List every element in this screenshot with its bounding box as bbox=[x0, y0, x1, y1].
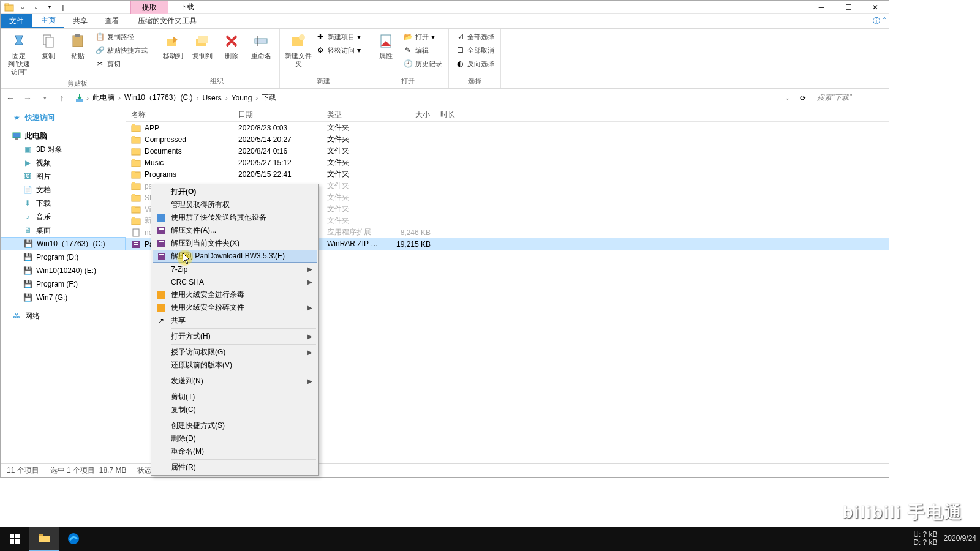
menu-item[interactable]: 使用茄子快传发送给其他设备 bbox=[153, 211, 317, 224]
nav-music[interactable]: ♪音乐 bbox=[1, 210, 126, 223]
file-row[interactable]: APP2020/8/23 0:03文件夹 bbox=[126, 122, 889, 133]
menu-item[interactable]: 解压到 PanDownloadLBW3.5.3\(E) bbox=[153, 250, 317, 263]
nav-drive-g[interactable]: 💾Win7 (G:) bbox=[1, 291, 126, 304]
file-row[interactable]: Compressed2020/5/14 20:27文件夹 bbox=[126, 133, 889, 145]
home-tab[interactable]: 主页 bbox=[32, 14, 64, 28]
system-tray[interactable]: U: ? kB D: ? kB 2020/9/24 bbox=[913, 531, 980, 547]
nav-3dobjects[interactable]: ▣3D 对象 bbox=[1, 143, 126, 156]
ribbon-collapse-button[interactable]: ⓘ ˄ bbox=[870, 14, 889, 28]
history-button[interactable]: 🕘历史记录 bbox=[401, 57, 445, 70]
delete-button[interactable]: 删除 bbox=[217, 30, 246, 61]
nav-documents[interactable]: 📄文档 bbox=[1, 183, 126, 197]
up-button[interactable]: ↑ bbox=[55, 91, 69, 105]
nav-network[interactable]: 🖧网络 bbox=[1, 309, 126, 323]
close-button[interactable]: ✕ bbox=[862, 1, 889, 14]
back-button[interactable]: ← bbox=[3, 91, 18, 105]
breadcrumb-thispc[interactable]: 此电脑 bbox=[91, 92, 116, 103]
menu-item[interactable]: 使用火绒安全粉碎文件▶ bbox=[153, 301, 317, 314]
menu-item[interactable]: 复制(C) bbox=[153, 403, 317, 416]
nav-desktop[interactable]: 🖥桌面 bbox=[1, 223, 126, 237]
chevron-icon[interactable]: › bbox=[86, 94, 89, 102]
copy-path-button[interactable]: 📋复制路径 bbox=[92, 30, 150, 43]
compressed-tools-tab[interactable]: 压缩的文件夹工具 bbox=[129, 14, 205, 28]
nav-videos[interactable]: ▶视频 bbox=[1, 156, 126, 170]
file-tab[interactable]: 文件 bbox=[1, 14, 32, 28]
menu-item[interactable]: ↗共享 bbox=[153, 314, 317, 327]
qat-item[interactable]: ▫ bbox=[17, 2, 29, 13]
edit-button[interactable]: ✎编辑 bbox=[401, 43, 445, 57]
col-name[interactable]: 名称 bbox=[126, 107, 233, 121]
breadcrumb-downloads[interactable]: 下载 bbox=[260, 92, 278, 103]
qat-item[interactable]: ▫ bbox=[30, 2, 42, 13]
nav-drive-c[interactable]: 💾Win10（17763）(C:) bbox=[1, 237, 126, 250]
maximize-button[interactable]: ☐ bbox=[835, 1, 862, 14]
new-item-button[interactable]: ✚新建项目 ▾ bbox=[313, 30, 363, 43]
nav-drive-f[interactable]: 💾Program (F:) bbox=[1, 277, 126, 291]
chevron-icon[interactable]: › bbox=[118, 94, 121, 102]
copyto-button[interactable]: 复制到 bbox=[187, 30, 217, 61]
start-button[interactable] bbox=[0, 527, 29, 551]
file-row[interactable]: Music2020/5/27 15:12文件夹 bbox=[126, 157, 889, 168]
file-list[interactable]: 名称 日期 类型 大小 时长 APP2020/8/23 0:03文件夹Compr… bbox=[126, 107, 889, 463]
folder-icon[interactable] bbox=[3, 2, 15, 13]
explorer-taskbtn[interactable] bbox=[29, 527, 59, 551]
menu-item[interactable]: 解压到当前文件夹(X) bbox=[153, 237, 317, 250]
nav-drive-d[interactable]: 💾Program (D:) bbox=[1, 250, 126, 264]
moveto-button[interactable]: 移动到 bbox=[158, 30, 187, 61]
menu-item[interactable]: 创建快捷方式(S) bbox=[153, 419, 317, 432]
menu-item[interactable]: 剪切(T) bbox=[153, 391, 317, 403]
file-row[interactable]: Programs2020/5/15 22:41文件夹 bbox=[126, 168, 889, 180]
menu-item[interactable]: 授予访问权限(G)▶ bbox=[153, 346, 317, 359]
file-row[interactable]: Documents2020/8/24 0:16文件夹 bbox=[126, 145, 889, 157]
menu-item[interactable]: 发送到(N)▶ bbox=[153, 375, 317, 388]
breadcrumb-users[interactable]: Users bbox=[200, 94, 223, 102]
menu-item[interactable]: 属性(R) bbox=[153, 461, 317, 474]
menu-item[interactable]: 还原以前的版本(V) bbox=[153, 359, 317, 372]
recent-dropdown[interactable]: ▾ bbox=[37, 91, 52, 105]
refresh-button[interactable]: ⟳ bbox=[796, 91, 810, 105]
chevron-icon[interactable]: › bbox=[255, 94, 258, 102]
context-tab-download[interactable]: 下载 bbox=[168, 1, 205, 14]
paste-shortcut-button[interactable]: 🔗粘贴快捷方式 bbox=[92, 43, 150, 57]
col-duration[interactable]: 时长 bbox=[435, 107, 484, 121]
nav-drive-e[interactable]: 💾Win10(10240) (E:) bbox=[1, 264, 126, 277]
copy-button[interactable]: 复制 bbox=[34, 30, 63, 61]
context-tab-extract[interactable]: 提取 bbox=[130, 1, 168, 14]
easy-access-button[interactable]: ⚙轻松访问 ▾ bbox=[313, 43, 363, 57]
menu-item[interactable]: 删除(D) bbox=[153, 432, 317, 445]
new-folder-button[interactable]: 新建文件夹 bbox=[284, 30, 313, 69]
menu-item[interactable]: 使用火绒安全进行杀毒 bbox=[153, 288, 317, 301]
menu-item[interactable]: CRC SHA▶ bbox=[153, 276, 317, 288]
menu-item[interactable]: 管理员取得所有权 bbox=[153, 198, 317, 211]
paste-button[interactable]: 粘贴 bbox=[63, 30, 92, 61]
chevron-icon[interactable]: › bbox=[225, 94, 228, 102]
menu-item[interactable]: 打开(O) bbox=[153, 186, 317, 198]
address-dropdown[interactable]: ⌄ bbox=[785, 95, 790, 101]
minimize-button[interactable]: ─ bbox=[808, 1, 835, 14]
cut-button[interactable]: ✂剪切 bbox=[92, 57, 150, 70]
invert-selection-button[interactable]: ◐反向选择 bbox=[453, 57, 497, 70]
edge-taskbtn[interactable] bbox=[59, 527, 88, 551]
select-all-button[interactable]: ☑全部选择 bbox=[453, 30, 497, 43]
chevron-icon[interactable]: › bbox=[195, 94, 199, 102]
navigation-pane[interactable]: ★快速访问 此电脑 ▣3D 对象 ▶视频 🖼图片 📄文档 ⬇下载 ♪音乐 🖥桌面… bbox=[1, 107, 126, 463]
nav-thispc[interactable]: 此电脑 bbox=[1, 129, 126, 143]
breadcrumb-bar[interactable]: › 此电脑 › Win10（17763）(C:) › Users › Young… bbox=[72, 91, 793, 105]
col-size[interactable]: 大小 bbox=[390, 107, 435, 121]
nav-downloads[interactable]: ⬇下载 bbox=[1, 197, 126, 210]
breadcrumb-user[interactable]: Young bbox=[230, 94, 254, 102]
menu-item[interactable]: 重命名(M) bbox=[153, 445, 317, 458]
nav-quickaccess[interactable]: ★快速访问 bbox=[1, 111, 126, 124]
pin-quickaccess-button[interactable]: 固定到"快速访问" bbox=[4, 30, 34, 78]
menu-item[interactable]: 7-Zip▶ bbox=[153, 263, 317, 276]
menu-item[interactable]: 解压文件(A)... bbox=[153, 224, 317, 237]
properties-button[interactable]: 属性 bbox=[371, 30, 401, 61]
view-tab[interactable]: 查看 bbox=[96, 14, 128, 28]
col-date[interactable]: 日期 bbox=[233, 107, 322, 121]
qat-dropdown-icon[interactable]: ▾ bbox=[43, 2, 56, 13]
forward-button[interactable]: → bbox=[20, 91, 35, 105]
col-type[interactable]: 类型 bbox=[322, 107, 390, 121]
rename-button[interactable]: 重命名 bbox=[246, 30, 276, 61]
open-button[interactable]: 📂打开 ▾ bbox=[401, 30, 445, 43]
nav-pictures[interactable]: 🖼图片 bbox=[1, 170, 126, 183]
